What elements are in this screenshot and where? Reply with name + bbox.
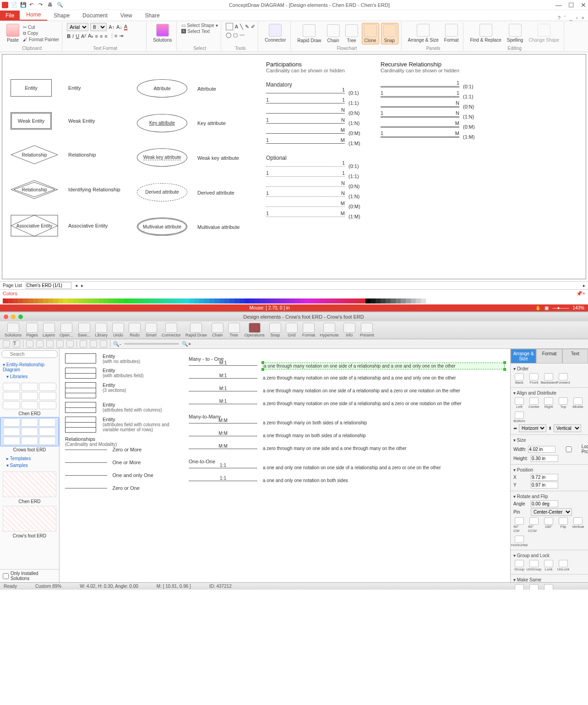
tree-templates[interactable]: ▸ Templates [3, 455, 56, 462]
qat-print-icon[interactable]: 🖶 [48, 2, 54, 8]
participation-row[interactable]: 1(0:1) [266, 161, 367, 171]
ico-center[interactable]: Center [528, 397, 540, 409]
cf-relationship-row[interactable]: 1:1a one and only one notation on both s… [189, 478, 505, 487]
ico-lock[interactable]: Lock [543, 560, 555, 571]
qat-undo-icon[interactable]: ↶ [29, 2, 36, 8]
rtab-format[interactable]: Format [536, 349, 562, 363]
lib-crow-thumb[interactable] [0, 417, 59, 446]
mtb-connector[interactable]: Connector [160, 322, 183, 338]
rtab-arrange[interactable]: Arrange & Size [511, 349, 536, 363]
tool-pencil-icon[interactable]: ✎ [245, 24, 249, 30]
page-select[interactable] [26, 282, 71, 289]
ico-unlock[interactable]: UnLock [557, 560, 569, 571]
cf-relationship-row[interactable]: M:1a one through many notation on one si… [189, 388, 505, 397]
pointer-tool-icon[interactable] [3, 340, 10, 347]
cf-relationship-row[interactable]: M:Ma one through many on both sides of a… [189, 433, 505, 442]
height-input[interactable] [531, 455, 558, 462]
tool-line-icon[interactable]: ╲ [240, 24, 243, 30]
tool-highlighter-icon[interactable]: ✐ [251, 24, 255, 30]
zoom-in-icon[interactable]: 🔍+ [182, 341, 191, 347]
ico-90-cw[interactable]: 90° CW [513, 517, 525, 533]
ico-width[interactable]: Width [528, 584, 540, 590]
tree-button[interactable]: Tree [343, 23, 360, 44]
participation-row[interactable]: M(0:M) [381, 122, 481, 132]
hand-tool-icon[interactable]: ✋ [535, 305, 541, 310]
participation-row[interactable]: 1N(1:N) [266, 191, 367, 201]
mac-zoom-slider[interactable] [124, 343, 179, 345]
ico-flip[interactable]: Flip [557, 517, 569, 533]
mtb-library[interactable]: Library [93, 322, 110, 338]
panel-makesame[interactable]: ▾ Make Same [513, 576, 585, 583]
font-size-select[interactable]: 8 [90, 23, 107, 31]
participation-row[interactable]: 1M(1:M) [266, 138, 367, 148]
ico-group[interactable]: Group [513, 560, 525, 571]
doc-max-icon[interactable]: ▫ [576, 15, 578, 21]
collapse-ribbon-icon[interactable]: ˇ [564, 15, 566, 21]
mtb-redo[interactable]: Redo [127, 322, 142, 338]
participation-row[interactable]: N(0:N) [266, 108, 367, 118]
shape-identifying-relationship[interactable]: Relationship [11, 180, 58, 199]
select-text-button[interactable]: 🅰 Select Text [181, 29, 218, 34]
ico-backward[interactable]: Backward [543, 373, 555, 385]
colors-close-icon[interactable]: × [583, 291, 585, 297]
cf-modality-row[interactable]: One or More [65, 460, 180, 469]
help-icon[interactable]: ? [558, 15, 561, 21]
participation-row[interactable]: 1M(1:M) [381, 132, 481, 142]
x-input[interactable] [531, 474, 558, 481]
font-family-select[interactable]: Arial [67, 23, 88, 31]
participation-row[interactable]: N(0:N) [266, 181, 367, 191]
ico-middle[interactable]: Middle [572, 397, 584, 409]
y-input[interactable] [531, 482, 558, 488]
distribute-h-select[interactable]: Horizontal [519, 424, 546, 432]
mtb-present[interactable]: Present [358, 322, 376, 338]
mtb-rapid-draw[interactable]: Rapid Draw [184, 322, 209, 338]
colors-pin-icon[interactable]: 📌 [576, 291, 583, 297]
participation-row[interactable]: M(0:M) [266, 201, 367, 212]
tab-file[interactable]: File [0, 11, 20, 21]
qat-redo-icon[interactable]: ↷ [38, 2, 45, 8]
snap-button[interactable]: Snap [381, 23, 398, 44]
minimize-button[interactable]: — [555, 1, 562, 9]
shape-derived-attribute[interactable]: Derived attribute [137, 183, 187, 201]
underline-button[interactable]: U [76, 33, 79, 39]
shape-weak-entity[interactable]: Weak Entity [11, 112, 52, 130]
participation-row[interactable]: 1M(1:M) [266, 212, 367, 222]
cf-relationship-row[interactable]: 1:1a one and only one notation on one si… [189, 465, 505, 474]
participation-row[interactable]: 1(0:1) [381, 81, 481, 92]
ico-90-ccw[interactable]: 90° CCW [528, 517, 540, 533]
panel-align[interactable]: ▾ Align and Distribute [513, 390, 585, 396]
cf-modality-row[interactable]: One and only One [65, 472, 180, 482]
cf-relationship-row[interactable]: M:Ma zero through many on one side and a… [189, 446, 505, 455]
cf-entity-shape[interactable]: Entity(3 sections) [65, 382, 180, 398]
lock-proportions-checkbox[interactable] [557, 446, 580, 452]
traffic-zoom-icon[interactable] [18, 315, 23, 319]
mtb-tree[interactable]: Tree [226, 322, 242, 338]
tool-curve-icon[interactable]: 〰 [240, 33, 245, 38]
tree-erd[interactable]: ▾ Entity-Relationship Diagram [3, 361, 56, 373]
align-left-icon[interactable]: ≡ [95, 33, 98, 39]
qat-search-icon[interactable]: 🔍 [57, 2, 63, 8]
tool-rectangle-icon[interactable] [226, 23, 233, 30]
only-installed-checkbox[interactable] [3, 573, 9, 579]
lib-chen-thumb[interactable] [0, 382, 59, 410]
superscript-button[interactable]: A² [81, 33, 86, 39]
ico-180-[interactable]: 180° [543, 517, 555, 533]
tree-libraries[interactable]: ▾ Libraries [3, 373, 56, 380]
participation-row[interactable]: 1(0:1) [266, 88, 367, 98]
shape-entity[interactable]: Entity [11, 79, 52, 97]
shape-attribute[interactable]: Attribute [137, 79, 187, 98]
format-painter-button[interactable]: 🖌 Format Painter [23, 37, 59, 42]
cf-entity-shape[interactable]: Entity(attributes field with columns and… [65, 417, 180, 433]
mtb-format[interactable]: Format [300, 322, 317, 338]
pin-select[interactable]: Center-Center [531, 508, 572, 516]
doc-close-icon[interactable]: × [582, 15, 584, 21]
arrange-size-button[interactable]: Arrange & Size [406, 23, 441, 43]
bold-button[interactable]: B [67, 33, 71, 39]
indent-icon[interactable]: ⇥ [119, 33, 123, 39]
find-replace-button[interactable]: Find & Replace [468, 23, 503, 43]
connector-curved-icon[interactable] [100, 340, 107, 347]
mtb-pages[interactable]: Pages [24, 322, 40, 338]
ico-left[interactable]: Left [513, 397, 525, 409]
qat-save-icon[interactable]: 💾 [20, 2, 27, 8]
ico-forward[interactable]: Forward [557, 373, 569, 385]
